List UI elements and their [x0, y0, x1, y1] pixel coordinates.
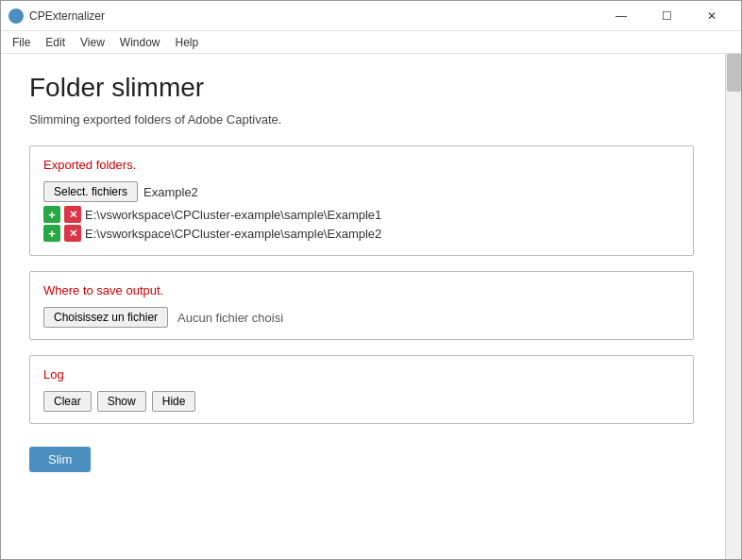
no-file-chosen-text: Aucun fichier choisi	[177, 311, 283, 325]
maximize-button[interactable]: ☐	[645, 1, 688, 31]
folder-row-2: + ✕ E:\vsworkspace\CPCluster-example\sam…	[43, 225, 680, 242]
log-label: Log	[43, 367, 680, 382]
remove-folder-1-button[interactable]: ✕	[64, 206, 81, 223]
menu-bar: File Edit View Window Help	[1, 31, 741, 54]
choose-file-button[interactable]: Choisissez un fichier	[43, 307, 168, 328]
main-content: Folder slimmer Slimming exported folders…	[1, 54, 741, 559]
minimize-button[interactable]: —	[599, 1, 643, 31]
hide-button[interactable]: Hide	[152, 391, 196, 412]
page-title: Folder slimmer	[29, 73, 694, 103]
log-buttons-row: Clear Show Hide	[43, 391, 680, 412]
save-output-label: Where to save output.	[43, 283, 680, 297]
title-bar: CPExternalizer — ☐ ✕	[1, 1, 741, 31]
log-section: Log Clear Show Hide	[29, 355, 694, 424]
add-folder-1-button[interactable]: +	[43, 206, 60, 223]
menu-help[interactable]: Help	[168, 34, 207, 51]
app-icon	[8, 8, 24, 24]
folder-path-1: E:\vsworkspace\CPCluster-example\sample\…	[85, 208, 381, 222]
menu-view[interactable]: View	[73, 34, 112, 51]
select-file-row: Select. fichiers Example2	[43, 181, 680, 202]
page-subtitle: Slimming exported folders of Adobe Capti…	[29, 112, 694, 127]
close-button[interactable]: ✕	[690, 1, 734, 31]
save-output-section: Where to save output. Choisissez un fich…	[29, 271, 694, 340]
selected-file-name: Example2	[143, 185, 198, 199]
folder-path-2: E:\vsworkspace\CPCluster-example\sample\…	[85, 227, 381, 241]
scrollbar-thumb[interactable]	[727, 54, 741, 92]
exported-folders-section: Exported folders. Select. fichiers Examp…	[29, 145, 694, 256]
folder-row-1: + ✕ E:\vsworkspace\CPCluster-example\sam…	[43, 206, 680, 223]
window-title: CPExternalizer	[29, 9, 599, 23]
exported-folders-label: Exported folders.	[43, 158, 680, 172]
window-controls: — ☐ ✕	[599, 1, 734, 31]
slim-button[interactable]: Slim	[29, 447, 91, 472]
clear-button[interactable]: Clear	[43, 391, 92, 412]
menu-edit[interactable]: Edit	[38, 34, 73, 51]
show-button[interactable]: Show	[97, 391, 146, 412]
scrollbar-track[interactable]	[725, 54, 741, 559]
add-folder-2-button[interactable]: +	[43, 225, 60, 242]
menu-file[interactable]: File	[5, 34, 38, 51]
select-fichiers-button[interactable]: Select. fichiers	[43, 181, 138, 202]
save-row: Choisissez un fichier Aucun fichier choi…	[43, 307, 680, 328]
main-window: CPExternalizer — ☐ ✕ File Edit View Wind…	[0, 0, 742, 560]
menu-window[interactable]: Window	[112, 34, 168, 51]
remove-folder-2-button[interactable]: ✕	[64, 225, 81, 242]
